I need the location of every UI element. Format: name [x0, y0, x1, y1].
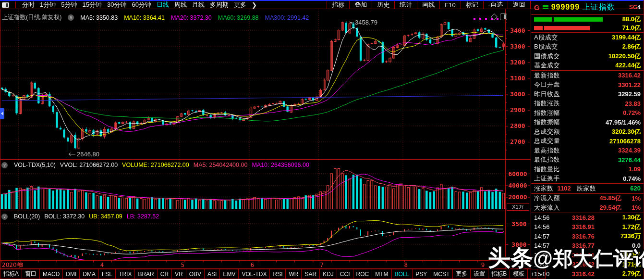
- topbar-item[interactable]: 5分钟: [61, 0, 77, 9]
- flow-label: 净流入额: [534, 194, 560, 203]
- topbar-tools-menu: 指标叠加历史统计画线F10标记-自选返回: [327, 1, 531, 9]
- signal-bars-icon: [543, 5, 548, 9]
- topbar-tool-item[interactable]: 统计: [394, 1, 417, 9]
- panel-row: B股成交2.86亿: [531, 42, 644, 52]
- indicator-tab[interactable]: EMV: [220, 269, 239, 279]
- indicator-tab[interactable]: KDJ: [320, 269, 337, 279]
- flow-value: 45.85亿: [599, 194, 621, 203]
- bottom-tab[interactable]: 指标A: [0, 269, 22, 279]
- collapse-icon[interactable]: ∨: [1, 162, 8, 168]
- panel-row: 最高指数3324.39: [531, 146, 644, 155]
- ma-value: MA10: 3364.41: [124, 14, 165, 21]
- indicator-tab[interactable]: BRAR: [135, 269, 157, 279]
- row-value: 1.09: [629, 165, 641, 173]
- panel-row: 最低指数3276.44: [531, 155, 644, 165]
- row-value: 10220.50亿: [608, 52, 641, 61]
- indicator-tab[interactable]: VOL-TDX: [239, 269, 270, 279]
- ma-value: MA300: 2991.42: [265, 14, 309, 21]
- indicator-tab[interactable]: BOLL: [392, 269, 413, 279]
- up-count: 1102: [558, 185, 571, 192]
- window-layout-icon[interactable]: [2, 2, 9, 8]
- tick-time: 14:56: [534, 223, 557, 230]
- indicator-tab[interactable]: FSL: [99, 269, 116, 279]
- indicator-tab[interactable]: DMI: [63, 269, 80, 279]
- topbar-item[interactable]: 30分钟: [107, 0, 126, 9]
- indicator-tab[interactable]: ASI: [205, 269, 220, 279]
- boll-value: BOLL: 3372.30: [44, 213, 85, 220]
- indicator-tab[interactable]: MACD: [40, 269, 63, 279]
- indicator-tab[interactable]: MTM: [372, 269, 391, 279]
- indicator-tab[interactable]: WR: [286, 269, 302, 279]
- row-value: 0.74%: [623, 175, 641, 182]
- watermark: 头条@郑大仁评论: [488, 243, 644, 273]
- layout-toggle-icon[interactable]: [500, 13, 507, 20]
- panel-row: 昨日收盘3292.59: [531, 89, 644, 99]
- indicator-tab[interactable]: CCI: [337, 269, 353, 279]
- ratio-value: 88.0亿: [622, 15, 641, 24]
- status-tags: SG4: [629, 4, 641, 11]
- tick-row: 14:563316.911.72亿: [531, 222, 644, 232]
- topbar-item[interactable]: 周线: [174, 0, 187, 9]
- topbar-item[interactable]: 日线: [157, 0, 169, 9]
- topbar-tool-item[interactable]: -自选: [483, 1, 508, 9]
- topbar-period-menu: 分时1分钟5分钟15分钟30分钟60分钟日线周线月线多周期更多❯: [0, 0, 257, 9]
- bottom-tab[interactable]: 窗口: [22, 269, 40, 279]
- topbar-item[interactable]: 多周期: [210, 0, 229, 9]
- indicator-tab[interactable]: VR: [172, 269, 186, 279]
- flow-percent: 1%: [621, 195, 641, 202]
- indicator-tab[interactable]: ROC: [353, 269, 373, 279]
- topbar-tool-item[interactable]: 叠加: [349, 1, 372, 9]
- volume-ratio-row: 88.0亿: [531, 15, 644, 24]
- topbar-tool-item[interactable]: 返回: [508, 1, 531, 9]
- right-panel: G 999999 上证指数 SG4 88.0亿71.0亿A股成交3199.44亿…: [531, 0, 644, 279]
- topbar-item[interactable]: 1分钟: [40, 0, 56, 9]
- ratio-value: 71.0亿: [622, 24, 641, 32]
- row-label: 总成交量: [534, 137, 560, 145]
- row-label: 国债成交: [534, 52, 560, 61]
- topbar-tool-item[interactable]: 历史: [372, 1, 394, 9]
- ma-values: MA5: 3350.83MA10: 3364.41MA20: 3372.30MA…: [80, 14, 309, 21]
- stock-code[interactable]: 999999: [551, 3, 580, 12]
- panel-row: 国债成交10220.50亿: [531, 51, 644, 61]
- topbar-item[interactable]: 60分钟: [132, 0, 151, 9]
- row-label: 最新指数: [534, 71, 560, 80]
- row-value: 3324.39: [618, 147, 641, 154]
- topbar-tool-item[interactable]: 指标: [327, 1, 349, 9]
- topbar-item[interactable]: 分时: [22, 0, 35, 9]
- tick-price: 3316.91: [557, 223, 595, 230]
- row-label: 今日开盘: [534, 80, 560, 89]
- collapse-icon[interactable]: ∨: [68, 14, 74, 21]
- topbar-tool-item[interactable]: F10: [439, 1, 460, 9]
- indicator-tab[interactable]: 设置: [471, 269, 488, 279]
- indicator-tab[interactable]: TRIX: [116, 269, 135, 279]
- indicator-tab[interactable]: SAR: [302, 269, 320, 279]
- indicator-tab[interactable]: RSI: [270, 269, 286, 279]
- topbar-item[interactable]: 更多: [234, 0, 246, 9]
- topbar-item[interactable]: 15分钟: [82, 0, 101, 9]
- indicator-tab[interactable]: CR: [158, 269, 172, 279]
- tick-volume: 1.30亿: [595, 213, 641, 222]
- topbar-item[interactable]: ❯: [252, 1, 257, 9]
- volume-value: MA5: 254042400.00: [194, 162, 248, 168]
- panel-row: 最新指数3316.42: [531, 71, 644, 80]
- tick-time: 14:57: [534, 233, 557, 240]
- topbar-item[interactable]: 月线: [192, 0, 205, 9]
- indicator-tab[interactable]: PSY: [413, 269, 430, 279]
- indicator-tab[interactable]: DMA: [80, 269, 99, 279]
- topbar-tool-item[interactable]: 画线: [417, 1, 439, 9]
- chart-canvas[interactable]: [0, 0, 531, 279]
- collapse-icon[interactable]: ∨: [1, 214, 8, 220]
- indicator-tab[interactable]: MCST: [430, 269, 453, 279]
- row-label: 最低指数: [534, 155, 560, 164]
- indicator-tab[interactable]: 更多: [453, 269, 471, 279]
- topbar-tool-item[interactable]: 标记: [461, 1, 483, 9]
- left-panel-expand-tab[interactable]: [0, 108, 4, 119]
- indicator-tab[interactable]: OBV: [186, 269, 205, 279]
- panel-row: 上证换手0.74%: [531, 174, 644, 184]
- down-count: 620: [630, 185, 641, 192]
- stock-name[interactable]: 上证指数: [583, 2, 615, 13]
- volume-ratio-row: 71.0亿: [531, 24, 644, 32]
- boll-value: LB: 3287.52: [127, 213, 159, 220]
- up-count-label: 涨家数: [534, 184, 554, 193]
- row-value: 3276.44: [618, 156, 641, 164]
